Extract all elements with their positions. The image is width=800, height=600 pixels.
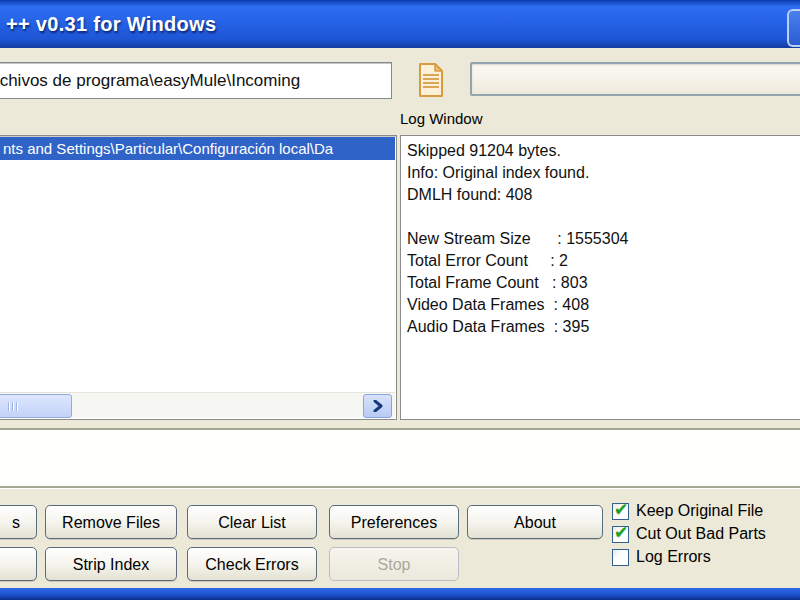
file-list[interactable]: nts and Settings\Particular\Configuració… (0, 135, 397, 420)
scrollbar-thumb[interactable] (0, 394, 72, 418)
log-line: Total Error Count : 2 (407, 250, 800, 272)
log-line: Info: Original index found. (407, 162, 800, 184)
horizontal-scrollbar[interactable] (0, 392, 395, 418)
checkbox-label[interactable]: Keep Original File (636, 502, 763, 520)
remove-files-button[interactable]: Remove Files (45, 505, 177, 539)
app-window: ++ v0.31 for Windows Log Window nts and … (0, 0, 800, 600)
chevron-right-icon (373, 400, 383, 412)
keep-original-file-checkbox[interactable]: ✔ Keep Original File (612, 501, 763, 521)
titlebar-button-partial[interactable] (787, 9, 800, 47)
scrollbar-thumb-grip (7, 397, 19, 415)
preferences-button[interactable]: Preferences (329, 505, 459, 539)
checkbox-label[interactable]: Log Errors (636, 548, 711, 566)
log-line: Video Data Frames : 408 (407, 294, 800, 316)
log-line: New Stream Size : 1555304 (407, 228, 800, 250)
divider (0, 486, 800, 489)
log-line: Total Frame Count : 803 (407, 272, 800, 294)
check-errors-button[interactable]: Check Errors (187, 547, 317, 581)
log-window-label: Log Window (400, 110, 483, 127)
document-icon (417, 62, 445, 98)
log-errors-checkbox[interactable]: Log Errors (612, 547, 711, 567)
strip-index-button[interactable]: Strip Index (45, 547, 177, 581)
status-panel (0, 431, 800, 486)
log-window[interactable]: Skipped 91204 bytes. Info: Original inde… (400, 135, 800, 420)
path-input[interactable] (0, 62, 392, 99)
window-bottom-border (0, 588, 800, 600)
log-line: Audio Data Frames : 395 (407, 316, 800, 338)
log-line: DMLH found: 408 (407, 184, 800, 206)
log-line: Skipped 91204 bytes. (407, 140, 800, 162)
checkbox-box[interactable] (612, 549, 629, 566)
title-bar[interactable]: ++ v0.31 for Windows (0, 0, 800, 48)
scrollbar-right-button[interactable] (363, 394, 392, 418)
browse-file-button[interactable] (414, 59, 448, 101)
fix-button-partial[interactable] (0, 547, 37, 581)
cut-out-bad-parts-checkbox[interactable]: ✔ Cut Out Bad Parts (612, 524, 766, 544)
checkbox-label[interactable]: Cut Out Bad Parts (636, 525, 766, 543)
check-icon: ✔ (614, 499, 628, 520)
progress-bar (470, 62, 800, 96)
log-line (407, 206, 800, 228)
about-button[interactable]: About (467, 505, 603, 539)
add-files-button-partial[interactable]: s (0, 505, 37, 539)
checkbox-box[interactable]: ✔ (612, 503, 629, 520)
clear-list-button[interactable]: Clear List (187, 505, 317, 539)
checkbox-box[interactable]: ✔ (612, 526, 629, 543)
check-icon: ✔ (614, 522, 628, 543)
stop-button[interactable]: Stop (329, 547, 459, 581)
file-list-selected-item[interactable]: nts and Settings\Particular\Configuració… (0, 137, 395, 160)
window-title: ++ v0.31 for Windows (6, 13, 216, 36)
